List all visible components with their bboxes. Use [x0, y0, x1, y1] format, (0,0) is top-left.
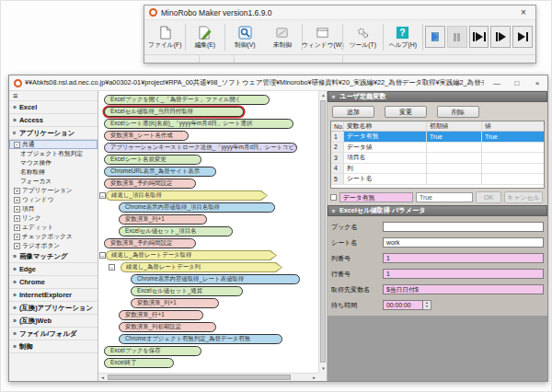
tree-item-名称取得[interactable]: 名称取得 [9, 167, 98, 177]
var-name-input[interactable]: データ有無 [339, 192, 413, 202]
edit-menu-button[interactable]: 編集(E) [187, 20, 224, 54]
help-menu-button[interactable]: ?ヘルプ(H) [385, 20, 422, 54]
spinner-control[interactable]: ▲▼ [423, 300, 431, 310]
sidebar-item-Access[interactable]: »Access [9, 114, 98, 127]
control-menu-button[interactable]: 制御(V) [226, 20, 264, 54]
flow-step[interactable]: Excelシート選択(名前)_「yyyy年m月d日」シート選択 [104, 119, 293, 129]
change-button[interactable]: 変更 [385, 106, 427, 118]
tree-item-フォーカス[interactable]: フォーカス [9, 177, 98, 186]
sidebar-item-InternetExplorer[interactable]: »InternetExplorer [9, 289, 98, 302]
flow-step[interactable]: Excelセル値取得_当日日付取得 [104, 107, 244, 117]
delete-button[interactable]: 削除 [437, 106, 479, 118]
expand-plus-icon[interactable]: + [14, 215, 20, 222]
user-vars-header[interactable]: » ユーザ定義変数 [328, 91, 547, 102]
var-checkbox[interactable] [330, 194, 337, 201]
flow-step[interactable]: 変数演算_シート名作成 [104, 131, 189, 141]
tree-item-項目[interactable]: +項目 [9, 204, 98, 213]
scroll-down-icon[interactable]: ▼ [319, 364, 328, 373]
flow-step[interactable]: 変数演算_行+1 [119, 310, 203, 320]
table-row[interactable]: 2データ値 [331, 143, 544, 154]
tools-menu-button[interactable]: ツール(T) [344, 20, 382, 54]
table-row[interactable]: 5シート名 [331, 174, 544, 185]
flow-step[interactable]: 繰返し_項目名取得 [106, 190, 268, 201]
vertical-scroll-thumb[interactable] [320, 100, 326, 363]
sidebar-item-Excel[interactable]: »Excel [9, 101, 98, 114]
vertical-scrollbar[interactable]: ▲ ▼ [318, 91, 327, 373]
expand-plus-icon[interactable]: + [14, 188, 20, 194]
file-menu-button[interactable]: ファイル(F) [146, 20, 184, 54]
launcher-titlebar[interactable]: MinoRobo Maker version1.6.9.0 × [144, 6, 535, 20]
pause-button[interactable] [447, 26, 467, 48]
expand-plus-icon[interactable]: + [14, 243, 20, 249]
flow-step[interactable]: 変数演算_列初期設定 [119, 322, 216, 332]
flow-step[interactable]: Excelセル値セット_項目名 [119, 226, 233, 236]
horizontal-scroll-thumb[interactable] [108, 375, 291, 380]
sidebar-item-アプリケーション[interactable]: »アプリケーション [9, 127, 98, 140]
table-row[interactable]: 3項目名 [331, 153, 544, 164]
tree-item-チェックボックス[interactable]: +チェックボックス [9, 232, 98, 241]
sidebar-item-制御[interactable]: »制御 [9, 340, 98, 353]
scroll-left-icon[interactable]: ◄ [98, 374, 107, 381]
tree-item-エディット[interactable]: +エディット [9, 223, 98, 232]
flow-step[interactable]: 繰返し_為替レートデータ取得 [106, 250, 277, 260]
scroll-up-icon[interactable]: ▲ [319, 91, 328, 99]
close-icon[interactable]: × [527, 75, 547, 90]
maximize-icon[interactable]: □ [507, 75, 527, 90]
sidebar-item-ファイル/フォルダ[interactable]: »ファイル/フォルダ [9, 328, 98, 340]
params-header[interactable]: » Excelセル値取得 パラメータ [328, 205, 547, 216]
var-init-input[interactable]: True [416, 192, 473, 202]
table-row[interactable]: 4列 [331, 164, 544, 175]
flow-step[interactable]: 変数演算_列+1 [131, 298, 219, 308]
flow-step[interactable]: Excelセル値セット_通貨 [131, 286, 243, 296]
close-icon[interactable]: × [516, 7, 531, 17]
flow-step[interactable]: Excelブックを開く_「為替データ」ファイル開く [104, 95, 270, 105]
run-button[interactable] [425, 26, 445, 48]
tree-item-マウス操作[interactable]: マウス操作 [9, 158, 98, 167]
param-input-待ち時間[interactable]: 00:00:00 [383, 300, 423, 310]
expand-plus-icon[interactable]: + [14, 234, 20, 240]
sidebar-item-(互換)アプリケーション[interactable]: »(互換)アプリケーション [9, 302, 98, 315]
tree-item-リンク[interactable]: +リンク [9, 213, 98, 223]
flow-step[interactable]: 変数演算_列+1 [119, 214, 207, 225]
expand-plus-icon[interactable]: + [14, 225, 20, 231]
ok-button[interactable]: OK [476, 191, 501, 203]
step-over-button[interactable] [490, 26, 511, 48]
sidebar-item-Edge[interactable]: »Edge [9, 263, 98, 276]
minimize-icon[interactable]: — [487, 75, 507, 90]
sidebar-item-Chrome[interactable]: »Chrome [9, 276, 98, 289]
cancel-button[interactable]: キャンセル [504, 191, 543, 203]
step-into-button[interactable] [469, 26, 489, 48]
flow-step[interactable]: Chrome表示内容値取得_レート表値取得 [131, 274, 300, 284]
step-end-button[interactable] [512, 26, 533, 48]
tree-item-ラジオボタン[interactable]: +ラジオボタン [9, 241, 98, 250]
flow-step[interactable]: Chromeオブジェクト有無判定_為替データ有無 [119, 334, 282, 344]
expand-plus-icon[interactable]: + [14, 206, 20, 213]
flow-step[interactable]: Excel終了 [104, 358, 174, 368]
horizontal-scrollbar[interactable]: ◄ ► [98, 373, 318, 381]
param-input-行番号[interactable]: 1 [383, 269, 544, 279]
param-input-取得先変数名[interactable]: $当日日付$ [383, 284, 544, 294]
flow-step[interactable]: 繰返し_為替レートデータ列 [121, 262, 282, 272]
scroll-right-icon[interactable]: ► [310, 374, 318, 381]
param-input-列番号[interactable]: 1 [383, 253, 544, 263]
flow-step[interactable]: ChromeURL表示_為替サイト表示 [104, 167, 216, 177]
flow-step[interactable]: 変数演算_予約時間設定 [104, 238, 196, 248]
window-menu-button[interactable]: ウィンドウ(W) [304, 20, 341, 54]
uncontrol-button[interactable]: 未制御 [264, 20, 302, 54]
tree-item-オブジェクト有無判定[interactable]: オブジェクト有無判定 [9, 149, 98, 158]
expand-plus-icon[interactable]: + [14, 197, 20, 203]
param-input-ブック名[interactable] [383, 222, 544, 232]
main-titlebar[interactable]: ¥¥Abkfs08.nsl.ad.nec.co.jp¥a00302-01¥pro… [9, 75, 547, 91]
param-input-シート名[interactable]: work [383, 237, 544, 248]
collapse-minus-icon[interactable]: − [99, 192, 106, 199]
flow-step[interactable]: Chrome表示内容値取得_項目名取得 [119, 202, 275, 213]
flow-step[interactable]: 変数演算_予約時間設定 [104, 179, 196, 189]
tree-item-ウィンドウ[interactable]: +ウィンドウ [9, 195, 98, 204]
collapse-minus-icon[interactable]: − [14, 142, 20, 148]
collapse-minus-icon[interactable]: − [109, 264, 115, 271]
flow-step[interactable]: アプリケーションキーストローク送信_「yyyy年m月d日」シートコピー [104, 143, 297, 153]
table-row[interactable]: 1データ有無TrueTrue [331, 132, 544, 143]
sidebar-item-(互換)Web[interactable]: »(互換)Web [9, 315, 98, 328]
flow-step[interactable]: Excelシート名前変更 [104, 155, 201, 165]
collapse-minus-icon[interactable]: − [99, 252, 106, 259]
